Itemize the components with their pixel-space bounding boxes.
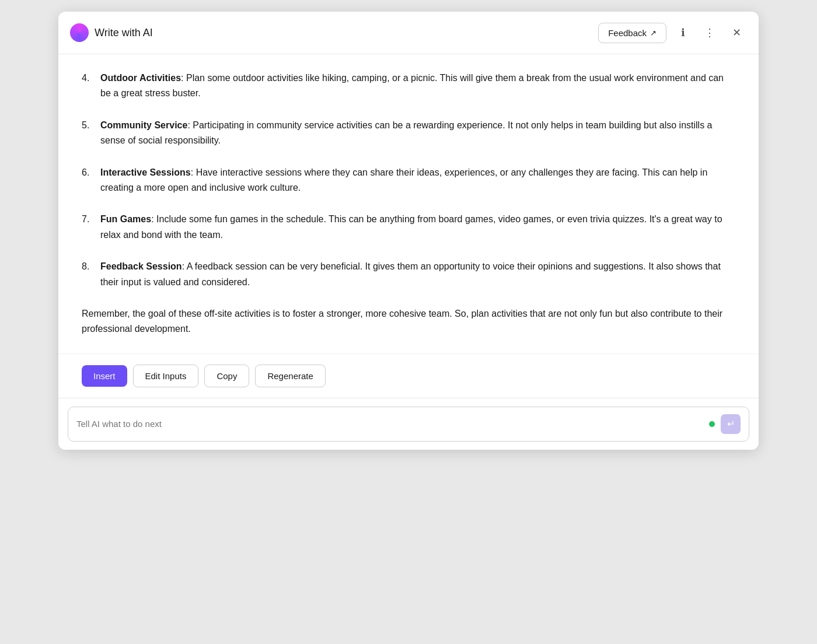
content-area: 4. Outdoor Activities: Plan some outdoor…	[58, 54, 759, 354]
regenerate-button[interactable]: Regenerate	[255, 365, 325, 387]
action-bar: Insert Edit Inputs Copy Regenerate	[58, 354, 759, 398]
item-content: Fun Games: Include some fun games in the…	[100, 212, 731, 243]
send-icon: ↵	[727, 418, 735, 429]
item-text: : A feedback session can be very benefic…	[100, 261, 721, 286]
copy-button[interactable]: Copy	[204, 365, 249, 387]
ai-input[interactable]	[76, 419, 703, 429]
item-text: : Participating in community service act…	[100, 120, 713, 145]
insert-button[interactable]: Insert	[82, 365, 127, 387]
list-item: 6. Interactive Sessions: Have interactiv…	[82, 165, 731, 196]
send-button[interactable]: ↵	[721, 414, 741, 434]
activity-list: 4. Outdoor Activities: Plan some outdoor…	[82, 71, 731, 290]
info-icon: ℹ	[681, 26, 685, 39]
input-bar: ↵	[58, 398, 759, 450]
panel-header: Write with AI Feedback ↗ ℹ ⋮ ✕	[58, 12, 759, 54]
item-content: Feedback Session: A feedback session can…	[100, 259, 731, 290]
item-content: Community Service: Participating in comm…	[100, 118, 731, 149]
input-wrapper: ↵	[68, 407, 749, 442]
item-title: Outdoor Activities	[100, 73, 181, 83]
close-icon: ✕	[732, 26, 741, 39]
list-item: 8. Feedback Session: A feedback session …	[82, 259, 731, 290]
item-title: Community Service	[100, 120, 187, 130]
closing-text: Remember, the goal of these off-site act…	[82, 306, 731, 337]
item-text: : Include some fun games in the schedule…	[100, 214, 722, 239]
list-item: 7. Fun Games: Include some fun games in …	[82, 212, 731, 243]
item-number: 5.	[82, 118, 93, 149]
item-text: : Plan some outdoor activities like hiki…	[100, 73, 724, 98]
list-item: 5. Community Service: Participating in c…	[82, 118, 731, 149]
item-number: 4.	[82, 71, 93, 102]
more-icon: ⋮	[704, 26, 715, 39]
close-button[interactable]: ✕	[726, 22, 747, 43]
item-content: Outdoor Activities: Plan some outdoor ac…	[100, 71, 731, 102]
external-link-icon: ↗	[650, 29, 657, 37]
info-button[interactable]: ℹ	[672, 22, 693, 43]
panel-title: Write with AI	[95, 27, 153, 39]
item-title: Fun Games	[100, 214, 151, 224]
header-right: Feedback ↗ ℹ ⋮ ✕	[598, 22, 747, 43]
item-number: 8.	[82, 259, 93, 290]
feedback-label: Feedback	[608, 28, 647, 38]
item-title: Feedback Session	[100, 261, 182, 271]
item-number: 7.	[82, 212, 93, 243]
ai-logo-icon	[70, 23, 89, 42]
feedback-button[interactable]: Feedback ↗	[598, 23, 666, 43]
more-options-button[interactable]: ⋮	[699, 22, 720, 43]
item-number: 6.	[82, 165, 93, 196]
item-title: Interactive Sessions	[100, 167, 191, 177]
list-item: 4. Outdoor Activities: Plan some outdoor…	[82, 71, 731, 102]
write-with-ai-panel: Write with AI Feedback ↗ ℹ ⋮ ✕ 4. Outdo	[58, 12, 759, 450]
status-indicator	[709, 421, 715, 427]
edit-inputs-button[interactable]: Edit Inputs	[133, 365, 199, 387]
header-left: Write with AI	[70, 23, 153, 42]
item-text: : Have interactive sessions where they c…	[100, 167, 707, 192]
item-content: Interactive Sessions: Have interactive s…	[100, 165, 731, 196]
